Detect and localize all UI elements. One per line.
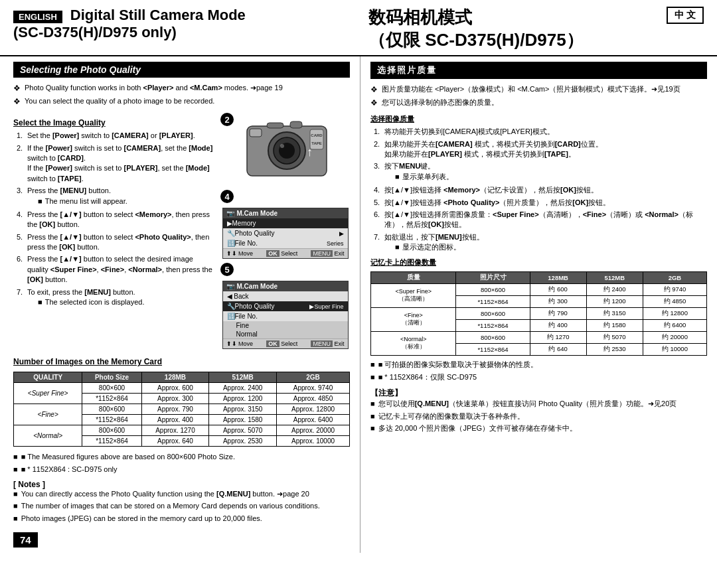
step-5-circle: 5	[220, 263, 234, 276]
n-2g-2: Approx. 10000	[277, 436, 350, 447]
camera-svg: CARD TAPE ↑	[240, 113, 340, 186]
zh-diamond-2: ❖	[370, 98, 378, 109]
zh-quality-n: <Normal>（标准）	[371, 332, 456, 356]
sf-size-1: 800×600	[82, 383, 141, 394]
screen4-row1: ▶Memory	[223, 218, 348, 228]
zh-f-2g-1: 约 12800	[643, 308, 706, 320]
zh-f-size-2: *1152×864	[456, 320, 530, 332]
zh-n-2g-1: 约 20000	[643, 332, 706, 344]
zh-note-text-1: 您可以使用[Q.MENU]（快速菜单）按钮直接访问 Photo Quality（…	[378, 399, 677, 409]
col-quality: QUALITY	[14, 372, 82, 383]
zh-n-512-1: 约 5070	[586, 332, 643, 344]
n-512-2: Approx. 2530	[209, 436, 277, 447]
screen5-move: ⬆⬇ Move	[226, 340, 254, 347]
col-photo-size: Photo Size	[82, 372, 141, 383]
note-text-1: You can directly access the Photo Qualit…	[21, 489, 309, 499]
step4-screen-area: 4 📷 M.Cam Mode ▶Memory	[220, 190, 350, 259]
section-header-en: Selecting the Photo Quality	[13, 62, 350, 78]
right-column: 选择照片质量 ❖ 图片质量功能在 <Player>（放像模式）和 <M.Cam>…	[360, 56, 717, 553]
zh-sub-bullet-7: ■	[395, 242, 400, 252]
step-7: 7. To exit, press the [MENU] button. ■ T…	[17, 287, 215, 309]
zh-select-title: 选择图像质量	[370, 114, 707, 124]
f-2g-1: Approx. 12800	[277, 404, 350, 415]
zh-sub-text-7: 显示选定的图标。	[402, 242, 461, 252]
zh-step-7-num: 7.	[374, 232, 384, 242]
screen5-sub2: Normal	[223, 330, 348, 338]
screen4-row3: 🔢 File No. Series	[223, 238, 348, 248]
screen5-sub1: Fine	[223, 321, 348, 330]
chinese-title-1: 数码相机模式	[368, 7, 584, 29]
f-size-1: 800×600	[82, 404, 141, 415]
f-size-2: *1152×864	[82, 415, 141, 425]
zh-n-size-1: 800×600	[456, 332, 530, 344]
fn-text-1: ■ The Measured figures above are based o…	[21, 452, 235, 462]
sf-2g-2: Approx. 4850	[277, 394, 350, 404]
zh-n-512-2: 约 2530	[586, 344, 643, 356]
screen4-menu: MENU	[311, 250, 333, 257]
zh-n-128-1: 约 1270	[530, 332, 586, 344]
fn-text-2: ■ * 1152X864 : SC-D975 only	[21, 465, 118, 475]
zh-step-6-text: 按[▲/▼]按钮选择所需图像质量：<Super Fine>（高清晰），<Fine…	[384, 210, 707, 230]
step-2-num: 2.	[17, 143, 27, 153]
zh-bullet-2: ❖ 您可以选择录制的静态图像的质量。	[370, 98, 707, 109]
device-screen-area: 2	[220, 113, 350, 352]
screen4-row3-icon: 🔢	[227, 240, 235, 247]
screen4-footer: ⬆⬇ Move OK Select MENU Exit	[223, 248, 348, 258]
step-4: 4. Press the [▲/▼] button to select <Mem…	[17, 210, 215, 230]
bullet-text-1: Photo Quality function works in both <Pl…	[25, 83, 283, 93]
svg-rect-10	[267, 123, 283, 128]
svg-point-4	[280, 144, 284, 148]
zh-bullet-1: ❖ 图片质量功能在 <Player>（放像模式）和 <M.Cam>（照片摄制模式…	[370, 84, 707, 96]
sf-512-2: Approx. 1200	[209, 394, 277, 404]
step-6-num: 6.	[17, 254, 27, 264]
f-512-2: Approx. 1580	[209, 415, 277, 425]
screen4-move: ⬆⬇ Move	[226, 250, 254, 257]
f-128-2: Approx. 400	[141, 415, 209, 425]
memory-card-title: Number of Images on the Memory Card	[13, 357, 350, 366]
zh-sub-bullet-3: ■	[395, 172, 400, 182]
zh-row-n-1: <Normal>（标准） 800×600 约 1270 约 5070 约 200…	[371, 332, 707, 344]
f-128-1: Approx. 790	[141, 404, 209, 415]
table-row-superfine-1: <Super Fine> 800×600 Approx. 600 Approx.…	[14, 383, 350, 394]
bullet-item-1: ❖ Photo Quality function works in both <…	[13, 83, 350, 94]
screen5-box: 📷 M.Cam Mode ◀ Back 🔧 Photo Quality ▶Sup	[222, 281, 349, 349]
title-sub: (SC-D375(H)/D975 only)	[13, 24, 349, 41]
camera-illustration: CARD TAPE ↑	[240, 113, 340, 187]
screen5-ok-wrap: OK Select	[266, 340, 297, 347]
step-1-num: 1.	[17, 131, 27, 141]
sub-bullet-3: ■	[38, 196, 42, 206]
note-3: ■ Photo images (JPEG) can be stored in t…	[13, 514, 350, 524]
page-number: 74	[13, 532, 38, 548]
note-bullet-3: ■	[13, 514, 18, 524]
zh-note-1: ■ 您可以使用[Q.MENU]（快速菜单）按钮直接访问 Photo Qualit…	[370, 399, 707, 409]
zh-fn-1: ■ ■ 可拍摄的图像实际数量取决于被摄物体的性质。	[370, 360, 707, 370]
zh-col-photo-size: 照片尺寸	[456, 272, 530, 284]
zh-step-5-num: 5.	[374, 198, 384, 208]
zh-sf-512-2: 约 1200	[586, 296, 643, 308]
zh-numbered-list: 1. 将功能开关切换到[CAMERA]模式或[PLAYER]模式。 2. 如果功…	[374, 127, 707, 254]
sf-128-2: Approx. 300	[141, 394, 209, 404]
zh-note-2: ■ 记忆卡上可存储的图像数量取决于各种条件。	[370, 411, 707, 421]
screen5-menu-wrap: MENU Exit	[311, 340, 344, 347]
zh-quality-table: 质量 照片尺寸 128MB 512MB 2GB <Super Fine>（高清晰…	[370, 271, 707, 356]
step-4-num: 4.	[17, 210, 27, 220]
sub-text-3: The menu list will appear.	[45, 196, 127, 206]
zh-step-3: 3. 按下MENU键。 ■ 显示菜单列表。	[374, 161, 707, 183]
zh-col-128mb: 128MB	[530, 272, 586, 284]
zh-n-2g-2: 约 10000	[643, 344, 706, 356]
step-6: 6. Press the [▲/▼] button to select the …	[17, 254, 215, 285]
screen5-row1: 🔧 Photo Quality ▶Super Fine	[223, 301, 348, 311]
table-row-fine-1: <Fine> 800×600 Approx. 790 Approx. 3150 …	[14, 404, 350, 415]
step-4-text: Press the [▲/▼] button to select <Memory…	[27, 210, 215, 230]
screen5-menu: MENU	[311, 340, 333, 347]
zh-row-sf-1: <Super Fine>（高清晰） 800×600 约 600 约 2400 约…	[371, 284, 707, 296]
cam-icon-5: 📷	[226, 283, 234, 290]
zh-f-size-1: 800×600	[456, 308, 530, 320]
screen5-row1-value: ▶Super Fine	[309, 303, 343, 310]
screen5-row1-label: Photo Quality	[235, 303, 275, 310]
zh-note-bullet-2: ■	[370, 411, 375, 421]
note-1: ■ You can directly access the Photo Qual…	[13, 489, 350, 499]
zh-step-6-num: 6.	[374, 210, 384, 220]
zh-f-128-2: 约 400	[530, 320, 586, 332]
step-6-text: Press the [▲/▼] button to select the des…	[27, 254, 215, 285]
